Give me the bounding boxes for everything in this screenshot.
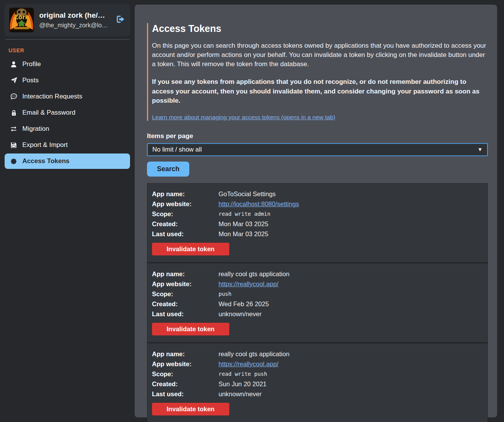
sidebar-item-label: Email & Password — [22, 109, 75, 117]
sidebar-item-label: Profile — [22, 60, 41, 68]
sidebar-item-migration[interactable]: Migration — [5, 121, 130, 137]
app-website-link[interactable]: http://localhost:8080/settings — [219, 199, 483, 209]
field-created: Created: Mon Mar 03 2025 — [152, 219, 483, 229]
field-last-used: Last used: unknown/never — [152, 389, 483, 399]
floppy-disk-icon — [10, 142, 17, 148]
user-card[interactable]: Zörk original zork (he/… @the_mighty_zor… — [5, 4, 130, 36]
scope-value: read write push — [219, 369, 483, 379]
certificate-icon — [10, 158, 17, 165]
transfer-arrows-icon — [10, 126, 17, 132]
field-label: App website: — [152, 359, 219, 369]
sidebar-item-access-tokens[interactable]: Access Tokens — [5, 153, 130, 169]
field-app-website: App website: https://reallycool.app/ — [152, 359, 483, 369]
sidebar-item-label: Migration — [22, 125, 49, 133]
sidebar-item-export-import[interactable]: Export & Import — [5, 137, 130, 153]
field-label: Last used: — [152, 229, 219, 239]
user-icon — [10, 61, 17, 68]
invalidate-token-button[interactable]: Invalidate token — [152, 323, 229, 335]
user-handle: @the_mighty_zork@lo… — [39, 22, 111, 29]
comment-dots-icon — [10, 93, 17, 100]
field-label: App name: — [152, 189, 219, 199]
page-intro: Access Tokens On this page you can searc… — [147, 23, 488, 121]
field-label: Created: — [152, 219, 219, 229]
field-label: Last used: — [152, 389, 219, 399]
field-scope: Scope: read write admin — [152, 209, 483, 219]
app-name-value: really cool gts application — [219, 269, 483, 279]
main-panel: Access Tokens On this page you can searc… — [135, 5, 497, 417]
sidebar-item-label: Export & Import — [22, 141, 68, 149]
intro-paragraph: On this page you can search through acce… — [152, 41, 488, 69]
page-title: Access Tokens — [152, 23, 488, 34]
sign-out-icon — [116, 15, 125, 25]
field-scope: Scope: read write push — [152, 369, 483, 379]
field-app-name: App name: GoToSocial Settings — [152, 189, 483, 199]
field-app-name: App name: really cool gts application — [152, 269, 483, 279]
items-per-page-select[interactable]: No limit / show all ▼ — [147, 143, 488, 156]
field-label: App website: — [152, 199, 219, 209]
app-website-link[interactable]: https://reallycool.app/ — [219, 279, 483, 289]
app-name-value: GoToSocial Settings — [219, 189, 483, 199]
app-website-link[interactable]: https://reallycool.app/ — [219, 359, 483, 369]
created-value: Wed Feb 26 2025 — [219, 299, 483, 309]
last-used-value: Mon Mar 03 2025 — [219, 229, 483, 239]
sidebar-item-posts[interactable]: Posts — [5, 73, 130, 88]
field-scope: Scope: push — [152, 289, 483, 299]
token-list: App name: GoToSocial Settings App websit… — [147, 183, 488, 422]
field-label: Created: — [152, 299, 219, 309]
field-created: Created: Sun Jun 20 2021 — [152, 379, 483, 389]
paper-plane-icon — [10, 77, 17, 84]
avatar: Zörk — [9, 8, 34, 32]
app-name-value: really cool gts application — [219, 349, 483, 359]
field-app-website: App website: https://reallycool.app/ — [152, 279, 483, 289]
svg-text:Zörk: Zörk — [14, 14, 30, 21]
created-value: Sun Jun 20 2021 — [219, 379, 483, 389]
search-button[interactable]: Search — [147, 162, 189, 177]
created-value: Mon Mar 03 2025 — [219, 219, 483, 229]
token-entry: App name: really cool gts application Ap… — [147, 344, 487, 422]
sidebar-section-user: USER — [8, 47, 135, 53]
field-label: Last used: — [152, 309, 219, 319]
sidebar-item-label: Interaction Requests — [22, 93, 82, 100]
learn-more-link[interactable]: Learn more about managing your access to… — [152, 114, 335, 120]
chevron-down-icon: ▼ — [477, 147, 482, 152]
logout-button[interactable] — [116, 15, 125, 25]
items-per-page-label: Items per page — [147, 132, 488, 140]
sidebar-item-email-password[interactable]: Email & Password — [5, 105, 130, 120]
sidebar-item-interaction-requests[interactable]: Interaction Requests — [5, 89, 130, 104]
token-entry: App name: really cool gts application Ap… — [147, 264, 487, 344]
field-label: App website: — [152, 279, 219, 289]
field-last-used: Last used: unknown/never — [152, 309, 483, 319]
invalidate-token-button[interactable]: Invalidate token — [152, 403, 229, 415]
field-last-used: Last used: Mon Mar 03 2025 — [152, 229, 483, 239]
scope-value: push — [219, 289, 483, 299]
field-created: Created: Wed Feb 26 2025 — [152, 299, 483, 309]
scope-value: read write admin — [219, 209, 483, 219]
sidebar: Zörk original zork (he/… @the_mighty_zor… — [0, 0, 135, 422]
field-label: Scope: — [152, 369, 219, 379]
field-label: Scope: — [152, 209, 219, 219]
sidebar-item-profile[interactable]: Profile — [5, 57, 130, 72]
field-label: Created: — [152, 379, 219, 389]
selected-option: No limit / show all — [152, 146, 477, 153]
field-label: App name: — [152, 349, 219, 359]
invalidate-token-button[interactable]: Invalidate token — [152, 243, 229, 255]
field-app-website: App website: http://localhost:8080/setti… — [152, 199, 483, 209]
warning-paragraph: If you see any tokens from applications … — [152, 77, 488, 105]
sidebar-item-label: Posts — [22, 77, 39, 84]
field-label: Scope: — [152, 289, 219, 299]
field-label: App name: — [152, 269, 219, 279]
sidebar-item-label: Access Tokens — [22, 157, 70, 165]
user-display-name: original zork (he/… — [39, 11, 111, 20]
field-app-name: App name: really cool gts application — [152, 349, 483, 359]
last-used-value: unknown/never — [219, 389, 483, 399]
divider — [5, 39, 129, 40]
lock-icon — [10, 110, 17, 116]
user-meta: original zork (he/… @the_mighty_zork@lo… — [39, 11, 111, 29]
token-entry: App name: GoToSocial Settings App websit… — [147, 183, 487, 264]
last-used-value: unknown/never — [219, 309, 483, 319]
